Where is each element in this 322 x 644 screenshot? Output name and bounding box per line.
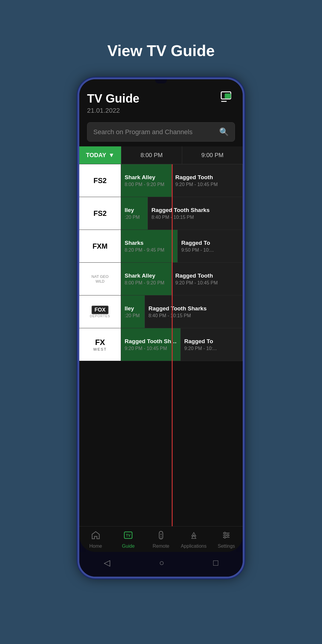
program-time: :20 PM: [125, 215, 144, 220]
phone-frame: TV Guide 21.01.2022 Search on Program an…: [78, 78, 244, 578]
program-time: 9:20 PM - 10:45 PM: [175, 280, 239, 286]
channel-logo-text: FXM: [92, 243, 108, 250]
program-time: 9:50 PM - 10:...: [181, 247, 239, 253]
home-gesture[interactable]: ○: [159, 558, 164, 568]
timeline-header: TODAY ▼ 8:00 PM 9:00 PM: [79, 146, 243, 164]
back-gesture[interactable]: ◁: [104, 558, 110, 568]
recents-gesture[interactable]: □: [213, 558, 218, 568]
channel-programs: Sharks 8:20 PM - 9:45 PM Ragged To 9:50 …: [121, 230, 243, 262]
program-block[interactable]: lley :20 PM: [121, 295, 145, 328]
nat-text: NAT GEO: [92, 274, 109, 279]
svg-point-7: [160, 536, 161, 537]
program-name: Ragged Tooth Sharks: [151, 207, 239, 213]
app-header: TV Guide 21.01.2022: [79, 85, 243, 117]
natgeo-logo: NAT GEO WILD: [92, 274, 109, 284]
home-icon: [91, 531, 100, 542]
page-title: View TV Guide: [107, 42, 215, 60]
search-bar[interactable]: Search on Program and Channels 🔍: [87, 122, 235, 142]
wild-text: WILD: [96, 279, 105, 284]
channel-row: FS2 Shark Alley 8:00 PM - 9:20 PM Ragged…: [79, 164, 243, 197]
nav-item-guide[interactable]: TV Guide: [112, 531, 145, 549]
svg-point-8: [160, 538, 161, 538]
program-block[interactable]: Ragged Tooth Sharks 8:40 PM - 10:15 PM: [148, 197, 243, 230]
program-time: 9:20 PM - 10:45 PM: [175, 182, 239, 187]
program-block[interactable]: lley :20 PM: [121, 197, 148, 230]
phone-bottom-bar: ◁ ○ □: [79, 552, 243, 577]
channel-programs: Shark Alley 8:00 PM - 9:20 PM Ragged Too…: [121, 164, 243, 197]
program-block[interactable]: Ragged Tooth 9:20 PM - 10:45 PM: [172, 164, 243, 197]
channel-logo-text: FS2: [93, 177, 106, 184]
program-name: Sharks: [125, 240, 174, 246]
settings-icon: [222, 531, 231, 542]
svg-point-13: [227, 534, 229, 536]
channel-row: FXM Sharks 8:20 PM - 9:45 PM Ragged To 9…: [79, 230, 243, 263]
nav-label-guide: Guide: [122, 544, 135, 549]
phone-notch: [155, 79, 167, 83]
phone-screen: TV Guide 21.01.2022 Search on Program an…: [79, 79, 243, 552]
current-time-line: [172, 164, 173, 526]
nav-item-home[interactable]: Home: [79, 531, 112, 549]
program-block[interactable]: Ragged To 9:20 PM - 10:...: [181, 328, 243, 361]
channel-logo-text: FS2: [93, 210, 106, 217]
program-time: :20 PM: [125, 313, 141, 318]
program-name: Ragged Tooth Sharks: [125, 338, 177, 345]
fox-deportes-logo: FOX DEPORTES: [90, 306, 110, 318]
program-name: lley: [125, 305, 141, 312]
program-time: 9:20 PM - 10:45 PM: [125, 346, 177, 351]
channel-logo-fs2-2[interactable]: FS2: [79, 197, 121, 230]
app-date: 21.01.2022: [87, 107, 235, 114]
app-content: TV Guide 21.01.2022 Search on Program an…: [79, 79, 243, 552]
app-title: TV Guide: [87, 92, 140, 105]
channel-logo-fxwest[interactable]: FX WEST: [79, 328, 121, 361]
nav-label-applications: Applications: [181, 544, 206, 549]
program-time: 8:40 PM - 10:15 PM: [148, 313, 239, 318]
channel-programs: lley :20 PM Ragged Tooth Sharks 8:40 PM …: [121, 295, 243, 328]
svg-point-12: [224, 532, 226, 534]
program-block[interactable]: Shark Alley 8:00 PM - 9:20 PM: [121, 164, 172, 197]
dropdown-arrow: ▼: [109, 152, 114, 159]
channel-programs: Shark Alley 8:00 PM - 9:20 PM Ragged Too…: [121, 263, 243, 295]
fxwest-logo: FX WEST: [93, 338, 107, 352]
program-time: 8:00 PM - 9:20 PM: [125, 280, 168, 286]
applications-icon: [189, 531, 198, 542]
program-time: 9:20 PM - 10:...: [184, 346, 239, 351]
guide-icon: TV: [124, 531, 133, 542]
fx-text: FX: [95, 338, 105, 347]
program-time: 8:40 PM - 10:15 PM: [151, 215, 239, 220]
channel-logo-fs2-1[interactable]: FS2: [79, 164, 121, 197]
program-name: Ragged To: [184, 338, 239, 345]
channel-logo-fxm[interactable]: FXM: [79, 230, 121, 262]
deportes-text: DEPORTES: [90, 314, 110, 318]
program-block[interactable]: Shark Alley 8:00 PM - 9:20 PM: [121, 263, 172, 295]
svg-point-6: [160, 534, 162, 535]
nav-item-applications[interactable]: Applications: [177, 531, 210, 549]
nav-label-home: Home: [89, 544, 102, 549]
channel-logo-natgeo[interactable]: NAT GEO WILD: [79, 263, 121, 295]
nav-item-remote[interactable]: Remote: [145, 531, 177, 549]
program-time: 8:20 PM - 9:45 PM: [125, 247, 174, 253]
channel-logo-foxdeportes[interactable]: FOX DEPORTES: [79, 295, 121, 328]
nav-item-settings[interactable]: Settings: [210, 531, 243, 549]
program-name: Ragged To: [181, 240, 239, 246]
program-block[interactable]: Sharks 8:20 PM - 9:45 PM: [121, 230, 178, 262]
channel-programs: Ragged Tooth Sharks 9:20 PM - 10:45 PM R…: [121, 328, 243, 361]
time-slot-8pm: 8:00 PM: [121, 146, 182, 164]
channel-row: NAT GEO WILD Shark Alley 8:00 PM - 9:20 …: [79, 263, 243, 295]
time-slot-9pm: 9:00 PM: [182, 146, 243, 164]
channels-container: FS2 Shark Alley 8:00 PM - 9:20 PM Ragged…: [79, 164, 243, 526]
svg-rect-1: [225, 94, 231, 98]
cast-icon[interactable]: [221, 91, 235, 106]
west-text: WEST: [93, 347, 107, 352]
program-block[interactable]: Ragged Tooth 9:20 PM - 10:45 PM: [172, 263, 243, 295]
nav-label-remote: Remote: [153, 544, 169, 549]
program-time: 8:00 PM - 9:20 PM: [125, 182, 168, 187]
program-block[interactable]: Ragged To 9:50 PM - 10:...: [178, 230, 243, 262]
channel-row: FS2 lley :20 PM Ragged Tooth Sharks 8:40…: [79, 197, 243, 230]
program-name: Shark Alley: [125, 273, 168, 279]
program-block[interactable]: Ragged Tooth Sharks 8:40 PM - 10:15 PM: [145, 295, 243, 328]
channel-programs: lley :20 PM Ragged Tooth Sharks 8:40 PM …: [121, 197, 243, 230]
program-name: lley: [125, 207, 144, 213]
today-button[interactable]: TODAY ▼: [79, 146, 121, 164]
program-name: Ragged Tooth Sharks: [148, 305, 239, 312]
program-name: Ragged Tooth: [175, 174, 239, 181]
